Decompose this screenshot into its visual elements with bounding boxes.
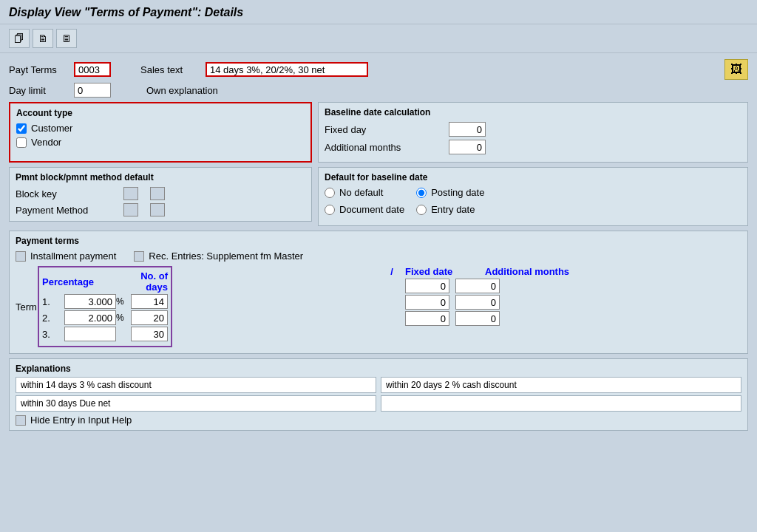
right-row-2 <box>384 295 741 310</box>
pct-2-input[interactable] <box>64 310 116 325</box>
toolbar-btn-1[interactable]: 🗍 <box>9 29 30 48</box>
vendor-checkbox[interactable] <box>16 137 27 148</box>
payment-method-box1 <box>123 203 138 216</box>
rec-entries-group: Rec. Entries: Supplement fm Master <box>134 250 303 262</box>
header-fields-row2: Day limit Own explanation <box>9 83 748 98</box>
pt-col-headers: Term Percentage No. of days 1. % <box>16 266 373 347</box>
pct-3-input[interactable] <box>64 327 116 341</box>
document-date-row: Document date <box>325 204 404 215</box>
addmon-1-input[interactable] <box>455 279 500 293</box>
block-key-box1 <box>123 187 138 200</box>
pt-row-3: 3. <box>42 327 168 341</box>
two-sections-row1: Account type Customer Vendor Baseline da… <box>9 102 748 163</box>
expl-row1-left: within 14 days 3 % cash discount <box>16 377 376 393</box>
baseline-date-title: Baseline date calculation <box>325 107 741 117</box>
baseline-date-section: Baseline date calculation Fixed day Addi… <box>318 102 748 163</box>
sales-text-group: Sales text <box>140 62 368 77</box>
days-2-input[interactable] <box>131 310 168 325</box>
display-icon: 🖼 <box>730 63 742 76</box>
content-area: Payt Terms Sales text 🖼 Day limit Own ex… <box>0 53 757 441</box>
additional-months-input[interactable] <box>449 140 486 154</box>
expl-row-1: within 14 days 3 % cash discount within … <box>16 377 741 393</box>
payment-method-box2 <box>150 203 165 216</box>
pt-row-1: 1. % <box>42 294 168 309</box>
days-3-input[interactable] <box>131 327 168 341</box>
explanations-section: Explanations within 14 days 3 % cash dis… <box>9 358 748 431</box>
display-icon-btn[interactable]: 🖼 <box>724 59 748 80</box>
addmon-2-input[interactable] <box>455 295 500 310</box>
block-key-row: Block key <box>16 187 305 200</box>
day-limit-input[interactable] <box>74 83 111 98</box>
posting-date-radio[interactable] <box>416 188 427 198</box>
posting-date-row: Posting date <box>416 187 484 198</box>
entry-date-label: Entry date <box>431 204 475 215</box>
pt-header-inner: Percentage No. of days <box>42 270 168 293</box>
title-bar: Display View "Terms of Payment": Details <box>0 0 757 24</box>
toolbar-btn-2[interactable]: 🗎 <box>33 29 53 48</box>
header-fields-row1: Payt Terms Sales text 🖼 <box>9 59 748 80</box>
rec-entries-label: Rec. Entries: Supplement fm Master <box>149 250 303 262</box>
installment-group: Installment payment <box>16 250 116 262</box>
default-baseline-section: Default for baseline date No default Doc… <box>318 167 748 226</box>
payt-terms-label: Payt Terms <box>9 64 68 75</box>
fixed-day-input[interactable] <box>449 122 486 137</box>
fixed-day-label: Fixed day <box>325 124 443 135</box>
hide-entry-checkbox <box>16 415 26 426</box>
customer-checkbox[interactable] <box>16 123 27 134</box>
pct-2-sym: % <box>116 313 131 323</box>
document-date-label: Document date <box>339 204 404 215</box>
pt-row-2: 2. % <box>42 310 168 325</box>
main-window: Display View "Terms of Payment": Details… <box>0 0 757 532</box>
own-explanation-label: Own explanation <box>146 85 218 96</box>
mid-sections-row: Pmnt block/pmnt method default Block key… <box>9 167 748 226</box>
block-key-box2 <box>150 187 165 200</box>
installment-label: Installment payment <box>30 250 116 262</box>
fixed-2-input[interactable] <box>405 295 449 310</box>
doc-icon-3: 🗏 <box>61 33 72 44</box>
pct-1-sym: % <box>116 296 131 307</box>
payment-terms-title: Payment terms <box>16 236 741 246</box>
pt-checkbox-row: Installment payment Rec. Entries: Supple… <box>16 250 741 262</box>
col-fixed-header: Fixed date <box>405 266 479 277</box>
expl-row-2: within 30 days Due net <box>16 395 741 412</box>
no-default-radio[interactable] <box>325 188 335 198</box>
account-type-section: Account type Customer Vendor <box>9 102 312 163</box>
pt-right-table: / Fixed date Additional months <box>384 266 741 349</box>
radio-options: No default Document date Posting date <box>325 187 741 218</box>
account-type-title: Account type <box>16 108 305 118</box>
addmon-3-input[interactable] <box>455 311 500 326</box>
right-col-headers: / Fixed date Additional months <box>384 266 741 277</box>
fixed-1-input[interactable] <box>405 279 449 293</box>
term-1-num: 1. <box>42 296 64 307</box>
expl-row1-right-text: within 20 days 2 % cash discount <box>386 380 517 390</box>
block-key-label: Block key <box>16 188 112 200</box>
days-1-input[interactable] <box>131 294 168 309</box>
payment-method-row: Payment Method <box>16 203 305 216</box>
fixed-3-input[interactable] <box>405 311 449 326</box>
right-radios: Posting date Entry date <box>416 187 484 218</box>
payt-terms-input[interactable] <box>74 62 111 77</box>
pct-1-input[interactable] <box>64 294 116 309</box>
right-row-1 <box>384 279 741 293</box>
sales-text-label: Sales text <box>140 64 200 75</box>
toolbar-btn-3[interactable]: 🗏 <box>56 29 77 48</box>
left-radios: No default Document date <box>325 187 404 218</box>
no-default-label: No default <box>339 187 383 198</box>
payment-method-label: Payment Method <box>16 205 112 216</box>
document-date-radio[interactable] <box>325 205 335 215</box>
no-default-row: No default <box>325 187 404 198</box>
payt-terms-group: Payt Terms <box>9 62 111 77</box>
customer-label: Customer <box>31 123 72 134</box>
doc-icon-1: 🗍 <box>14 33 24 44</box>
hide-entry-label: Hide Entry in Input Help <box>30 415 132 426</box>
entry-date-radio[interactable] <box>416 205 427 215</box>
col-addmon-header: Additional months <box>485 266 574 277</box>
expl-row1-left-text: within 14 days 3 % cash discount <box>21 380 152 390</box>
additional-months-label: Additional months <box>325 142 443 153</box>
sales-text-input[interactable] <box>206 62 368 77</box>
customer-checkbox-row: Customer <box>16 123 305 134</box>
installment-checkbox <box>16 251 26 262</box>
col-pct-header: Percentage <box>42 276 116 287</box>
fixed-day-row: Fixed day <box>325 122 741 137</box>
expl-row1-right: within 20 days 2 % cash discount <box>381 377 741 393</box>
